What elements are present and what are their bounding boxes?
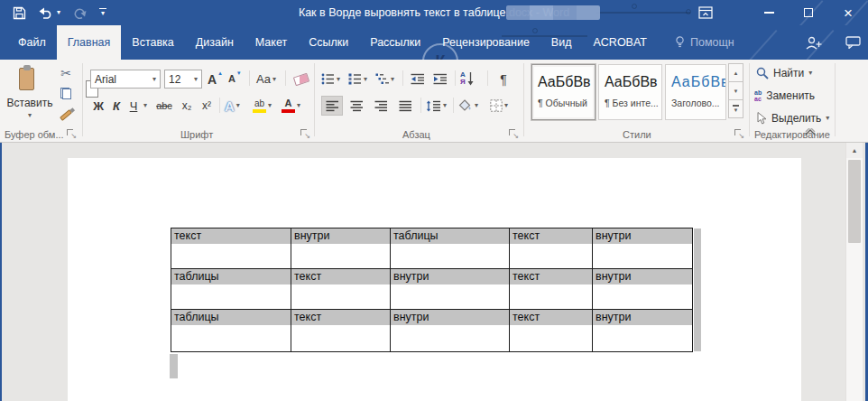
tab-design[interactable]: Дизайн: [185, 25, 245, 60]
tab-acrobat[interactable]: ACROBAT: [582, 25, 658, 60]
tell-me-assistant[interactable]: Помощн: [675, 25, 734, 60]
table-cell-r1c1[interactable]: текст: [171, 228, 291, 269]
maximize-icon: [804, 8, 813, 17]
font-group-label: Шрифт: [180, 129, 213, 140]
document-page[interactable]: текствнутритаблицытекствнутритаблицытекс…: [68, 158, 801, 401]
style-card-heading[interactable]: АаБбВв Заголово...: [665, 64, 726, 120]
format-painter-button[interactable]: [56, 107, 76, 123]
superscript-button[interactable]: x²: [198, 96, 216, 116]
italic-button[interactable]: К: [109, 96, 124, 116]
shrink-font-icon: A: [228, 74, 235, 84]
increase-indent-button[interactable]: [430, 70, 450, 89]
copy-button[interactable]: [56, 85, 76, 101]
table-cell-r2c2[interactable]: текст: [291, 269, 391, 310]
scrollbar-up-button[interactable]: ▲: [846, 143, 863, 158]
table-cell-r2c1[interactable]: таблицы: [171, 269, 291, 310]
styles-more-button[interactable]: ▼: [728, 99, 743, 118]
table-cell-r2c3[interactable]: внутри: [391, 269, 510, 310]
select-button[interactable]: Выделить ▾: [756, 112, 829, 125]
tab-review[interactable]: Рецензирование: [431, 25, 540, 60]
table-cell-r3c1[interactable]: таблицы: [171, 310, 291, 352]
styles-scroll-up-button[interactable]: ▲: [728, 63, 743, 82]
replace-icon-bottom: ac: [754, 96, 762, 102]
bullets-button[interactable]: ▾: [321, 70, 340, 89]
styles-dialog-launcher-icon[interactable]: [734, 129, 743, 138]
sort-button[interactable]: А Я: [460, 68, 474, 89]
replace-button[interactable]: ab ac Заменить: [754, 89, 815, 102]
font-size-combobox[interactable]: 12 ▾: [164, 70, 202, 89]
font-dialog-launcher-icon[interactable]: [300, 129, 309, 138]
subscript-button[interactable]: x₂: [178, 96, 196, 116]
paste-button[interactable]: Вставить ▾: [7, 63, 52, 135]
borders-button[interactable]: ▾: [490, 96, 508, 116]
table-cell-r3c4[interactable]: текст: [510, 310, 593, 352]
tab-view[interactable]: Вид: [540, 25, 583, 60]
tab-references[interactable]: Ссылки: [298, 25, 359, 60]
bullets-icon: [321, 73, 335, 85]
align-right-icon: [374, 100, 388, 112]
decrease-indent-button[interactable]: [408, 70, 428, 89]
grow-font-button[interactable]: A▴: [208, 70, 222, 89]
clear-formatting-button[interactable]: [292, 70, 310, 89]
table-cell-r1c5[interactable]: внутри: [593, 228, 693, 269]
comments-icon[interactable]: [845, 36, 861, 49]
numbering-icon: [348, 73, 362, 85]
shrink-font-button[interactable]: A▾: [228, 70, 240, 89]
paragraph-dialog-launcher-icon[interactable]: [509, 129, 518, 138]
table-cell-r3c5[interactable]: внутри: [593, 310, 693, 352]
table-cell-r1c4[interactable]: текст: [510, 228, 593, 269]
scrollbar-thumb[interactable]: [848, 160, 861, 243]
align-left-button[interactable]: [321, 96, 343, 116]
line-spacing-button[interactable]: ▾: [426, 96, 447, 116]
table-cell-r3c2[interactable]: текст: [291, 310, 391, 352]
underline-dropdown[interactable]: ▾: [141, 96, 150, 116]
change-case-button[interactable]: Aa ▾: [256, 70, 276, 89]
line-spacing-dropdown-icon: ▾: [443, 102, 447, 109]
strikethrough-button[interactable]: abc: [152, 96, 176, 116]
tab-insert[interactable]: Вставка: [121, 25, 184, 60]
maximize-button[interactable]: [789, 0, 828, 25]
shading-button[interactable]: ▾: [458, 96, 478, 116]
find-button[interactable]: Найти ▾: [756, 67, 812, 79]
tab-row-icons: [806, 25, 861, 60]
tab-file[interactable]: Файл: [7, 25, 57, 60]
paste-dropdown-icon[interactable]: ▾: [28, 112, 32, 119]
table-cell-r3c3[interactable]: внутри: [391, 310, 510, 352]
text-effects-button[interactable]: A ▾: [225, 96, 240, 116]
table-cell-r1c3[interactable]: таблицы: [391, 228, 510, 269]
minimize-button[interactable]: [749, 0, 789, 25]
cut-button[interactable]: ✂: [56, 65, 76, 81]
ribbon-display-options-icon[interactable]: [688, 0, 724, 25]
font-name-combobox[interactable]: Arial ▾: [90, 70, 161, 89]
bold-button[interactable]: Ж: [90, 96, 106, 116]
justify-button[interactable]: [394, 96, 416, 116]
vertical-scrollbar[interactable]: ▲: [845, 143, 863, 401]
style-card-normal[interactable]: АаБбВв ¶ Обычный: [531, 64, 596, 120]
text-highlight-button[interactable]: ab ▾: [253, 96, 272, 116]
show-paragraph-marks-button[interactable]: ¶: [494, 70, 512, 89]
assistant-label: Помощн: [690, 36, 734, 49]
underline-button[interactable]: Ч: [126, 96, 141, 116]
tab-home[interactable]: Главная: [57, 25, 122, 60]
clipboard-dialog-launcher-icon[interactable]: [67, 129, 76, 138]
multilevel-list-button[interactable]: ▾: [375, 70, 394, 89]
font-size-dropdown-icon[interactable]: ▾: [194, 76, 198, 83]
align-center-button[interactable]: [346, 96, 367, 116]
find-dropdown-icon: ▾: [808, 70, 812, 77]
table-cell-r2c5[interactable]: внутри: [593, 269, 693, 310]
table-cell-r2c4[interactable]: текст: [510, 269, 593, 310]
font-name-dropdown-icon[interactable]: ▾: [152, 76, 156, 83]
font-size-value: 12: [169, 73, 180, 86]
share-person-icon[interactable]: [806, 36, 822, 50]
numbering-button[interactable]: ▾: [348, 70, 367, 89]
align-right-button[interactable]: [370, 96, 392, 116]
tab-mailings[interactable]: Рассылки: [359, 25, 431, 60]
subscript-icon: x₂: [182, 99, 192, 112]
font-color-button[interactable]: А ▾: [282, 96, 300, 116]
style-card-no-spacing[interactable]: АаБбВв ¶ Без инте...: [598, 64, 662, 120]
close-button[interactable]: ×: [828, 0, 868, 25]
collapse-ribbon-button[interactable]: [801, 126, 819, 138]
tab-layout[interactable]: Макет: [245, 25, 298, 60]
styles-scroll-down-button[interactable]: ▼: [728, 81, 743, 100]
table-cell-r1c2[interactable]: внутри: [291, 228, 391, 269]
